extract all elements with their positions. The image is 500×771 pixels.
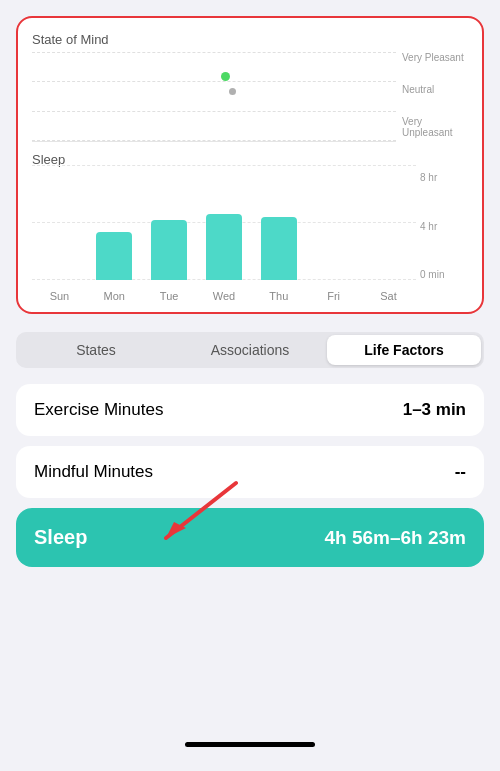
sleep-highlight-card[interactable]: Sleep 4h 56m–6h 23m [16,508,484,567]
day-wed: Wed [206,290,242,302]
day-labels: Sun Mon Tue Wed Thu Fri Sat [32,286,416,302]
day-sun: Sun [41,290,77,302]
tab-associations[interactable]: Associations [173,335,327,365]
som-label-very-unpleasant: Very Unpleasant [402,116,468,138]
sleep-highlight-value: 4h 56m–6h 23m [324,527,466,549]
day-mon: Mon [96,290,132,302]
sleep-bars-container [32,150,416,280]
som-grid-2 [32,81,396,82]
exercise-card[interactable]: Exercise Minutes 1–3 min [16,384,484,436]
som-chart: Very Pleasant Neutral Very Unpleasant [32,52,468,142]
som-y-labels: Very Pleasant Neutral Very Unpleasant [396,52,468,142]
som-grid-1 [32,52,396,53]
som-grid-4 [32,140,396,141]
exercise-value: 1–3 min [403,400,466,420]
som-dot-gray [229,88,236,95]
sleep-chart-area: Sun Mon Tue Wed Thu Fri Sat [32,172,416,302]
sleep-highlight-label: Sleep [34,526,87,549]
sleep-label-8hr: 8 hr [420,172,468,183]
sleep-y-labels: 8 hr 4 hr 0 min [416,172,468,302]
bar-mon-fill [96,232,132,280]
red-arrow [136,478,266,552]
tab-states[interactable]: States [19,335,173,365]
tab-selector: States Associations Life Factors [16,332,484,368]
bar-tue [151,220,187,280]
som-dot-green [221,72,230,81]
mindful-value: -- [455,462,466,482]
som-label-neutral: Neutral [402,84,468,95]
bar-wed [206,214,242,280]
som-chart-area [32,52,396,142]
som-title: State of Mind [32,32,109,47]
som-title-row: State of Mind [32,30,468,48]
home-indicator [16,734,484,747]
day-sat: Sat [370,290,406,302]
chart-card: State of Mind Very Pleasant Neutral Very… [16,16,484,314]
som-grid-3 [32,111,396,112]
bar-thu-fill [261,217,297,280]
exercise-label: Exercise Minutes [34,400,163,420]
day-fri: Fri [316,290,352,302]
sleep-chart: Sun Mon Tue Wed Thu Fri Sat 8 hr 4 hr 0 … [32,172,468,302]
home-bar [185,742,315,747]
page-container: State of Mind Very Pleasant Neutral Very… [0,0,500,771]
bar-wed-fill [206,214,242,280]
day-thu: Thu [261,290,297,302]
som-label-very-pleasant: Very Pleasant [402,52,468,63]
tab-life-factors[interactable]: Life Factors [327,335,481,365]
sleep-label-0min: 0 min [420,269,468,280]
bar-thu [261,217,297,280]
bar-tue-fill [151,220,187,280]
day-tue: Tue [151,290,187,302]
sleep-label-4hr: 4 hr [420,221,468,232]
bar-mon [96,232,132,280]
